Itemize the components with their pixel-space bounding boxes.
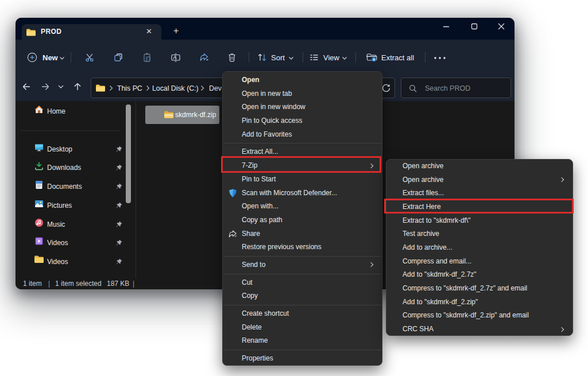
svg-text:A: A bbox=[173, 55, 176, 60]
